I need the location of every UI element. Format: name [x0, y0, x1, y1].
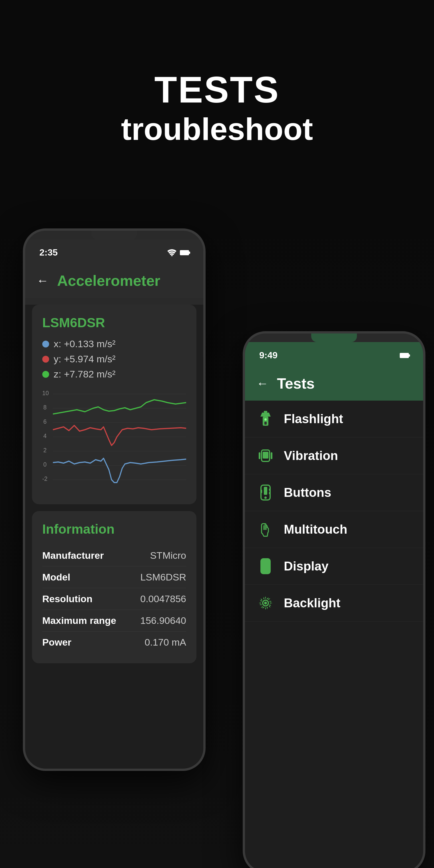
sensor-x-row: x: +0.133 m/s²: [42, 338, 186, 349]
sensor-name: LSM6DSR: [42, 315, 186, 330]
test-display-label: Display: [284, 559, 329, 574]
test-multitouch-label: Multitouch: [284, 522, 347, 536]
phone-left-appbar: ← Accelerometer: [25, 264, 203, 298]
svg-rect-27: [269, 489, 271, 491]
sensor-y-row: y: +5.974 m/s²: [42, 353, 186, 365]
phone-left: 2:35 ← Accelerometer LSM6DSR: [23, 228, 206, 771]
test-backlight-label: Backlight: [284, 596, 340, 610]
svg-rect-28: [269, 492, 271, 494]
vibration-icon: [257, 448, 274, 464]
svg-point-19: [265, 418, 267, 421]
dot-x: [42, 341, 49, 347]
svg-text:0: 0: [43, 461, 46, 468]
sensor-card: LSM6DSR x: +0.133 m/s² y: +5.974 m/s² z:…: [32, 305, 196, 504]
info-model-value: LSM6DSR: [140, 571, 186, 583]
buttons-icon: [257, 485, 274, 500]
phone-left-content: LSM6DSR x: +0.133 m/s² y: +5.974 m/s² z:…: [25, 305, 203, 771]
info-max-range-label: Maximum range: [42, 615, 116, 626]
test-vibration-label: Vibration: [284, 448, 338, 463]
svg-rect-21: [263, 452, 269, 459]
back-button-left[interactable]: ←: [36, 274, 49, 287]
sensor-z-row: z: +7.782 m/s²: [42, 369, 186, 380]
svg-rect-26: [260, 490, 262, 493]
svg-text:8: 8: [43, 404, 46, 411]
info-manufacturer-row: Manufacturer STMicro: [42, 545, 186, 566]
info-manufacturer-label: Manufacturer: [42, 550, 104, 561]
phone-left-time: 2:35: [39, 247, 58, 258]
sensor-x-value: x: +0.133 m/s²: [54, 338, 115, 349]
test-flashlight-label: Flashlight: [284, 412, 343, 426]
wifi-icon: [167, 249, 177, 256]
sensor-z-value: z: +7.782 m/s²: [54, 369, 115, 380]
svg-rect-15: [264, 411, 267, 412]
phone-right: 9:49 ← Tests: [243, 331, 426, 868]
test-buttons-label: Buttons: [284, 486, 331, 500]
info-resolution-value: 0.0047856: [140, 593, 186, 604]
tests-list: Flashlight Vibration: [245, 401, 423, 868]
svg-rect-22: [259, 452, 260, 459]
info-max-range-row: Maximum range 156.90640: [42, 610, 186, 631]
info-model-label: Model: [42, 571, 70, 583]
back-button-right[interactable]: ←: [256, 377, 269, 390]
test-item-buttons[interactable]: Buttons: [245, 474, 423, 511]
svg-rect-23: [271, 452, 272, 459]
info-card: Information Manufacturer STMicro Model L…: [32, 511, 196, 663]
svg-point-32: [265, 571, 267, 572]
hero-title: TESTS: [154, 69, 280, 110]
info-resolution-label: Resolution: [42, 593, 93, 604]
accelerometer-chart: 10 8 6 4 2 0 -2: [42, 385, 186, 494]
info-title: Information: [42, 521, 186, 537]
phone-right-status-icons: [400, 353, 409, 358]
dot-z: [42, 371, 49, 378]
phone-left-notch: [91, 231, 137, 239]
svg-marker-16: [260, 412, 271, 416]
info-manufacturer-value: STMicro: [150, 550, 186, 561]
svg-rect-31: [263, 561, 269, 569]
dot-y: [42, 356, 49, 363]
svg-text:6: 6: [43, 418, 46, 425]
phone-left-status-icons: [167, 249, 189, 256]
info-power-row: Power 0.170 mA: [42, 631, 186, 653]
svg-text:4: 4: [43, 432, 47, 439]
svg-text:2: 2: [43, 446, 46, 454]
svg-rect-18: [265, 422, 267, 425]
svg-point-0: [171, 255, 173, 256]
flashlight-icon: [257, 411, 274, 427]
info-resolution-row: Resolution 0.0047856: [42, 588, 186, 610]
test-item-multitouch[interactable]: Multitouch: [245, 511, 423, 548]
svg-text:10: 10: [42, 390, 49, 397]
battery-icon-right: [400, 353, 409, 358]
phones-container: 2:35 ← Accelerometer LSM6DSR: [0, 217, 434, 868]
battery-icon-left: [180, 250, 189, 255]
test-item-vibration[interactable]: Vibration: [245, 437, 423, 474]
test-item-display[interactable]: Display: [245, 548, 423, 585]
test-item-backlight[interactable]: Backlight: [245, 585, 423, 622]
svg-rect-25: [264, 487, 267, 495]
chart-svg: 10 8 6 4 2 0 -2: [42, 385, 186, 494]
svg-text:-2: -2: [42, 475, 48, 482]
sensor-y-value: y: +5.974 m/s²: [54, 353, 115, 365]
info-power-value: 0.170 mA: [145, 637, 186, 648]
phone-right-title: Tests: [277, 375, 315, 392]
phone-left-status-bar: 2:35: [25, 239, 203, 264]
info-power-label: Power: [42, 637, 71, 648]
phone-right-notch: [311, 334, 357, 342]
phone-right-time: 9:49: [259, 350, 278, 361]
phone-left-title: Accelerometer: [57, 272, 160, 289]
info-max-range-value: 156.90640: [140, 615, 186, 626]
phone-right-appbar: ← Tests: [245, 366, 423, 401]
multitouch-icon: [257, 521, 274, 537]
test-item-flashlight[interactable]: Flashlight: [245, 401, 423, 437]
info-model-row: Model LSM6DSR: [42, 566, 186, 588]
sensor-values: x: +0.133 m/s² y: +5.974 m/s² z: +7.782 …: [42, 338, 186, 380]
svg-point-29: [265, 497, 267, 499]
backlight-icon: [257, 595, 274, 611]
svg-point-34: [264, 601, 267, 604]
hero-subtitle: troubleshoot: [121, 110, 313, 148]
phone-right-status-bar: 9:49: [245, 342, 423, 366]
hero-section: TESTS troubleshoot: [0, 0, 434, 217]
display-icon: [257, 558, 274, 574]
